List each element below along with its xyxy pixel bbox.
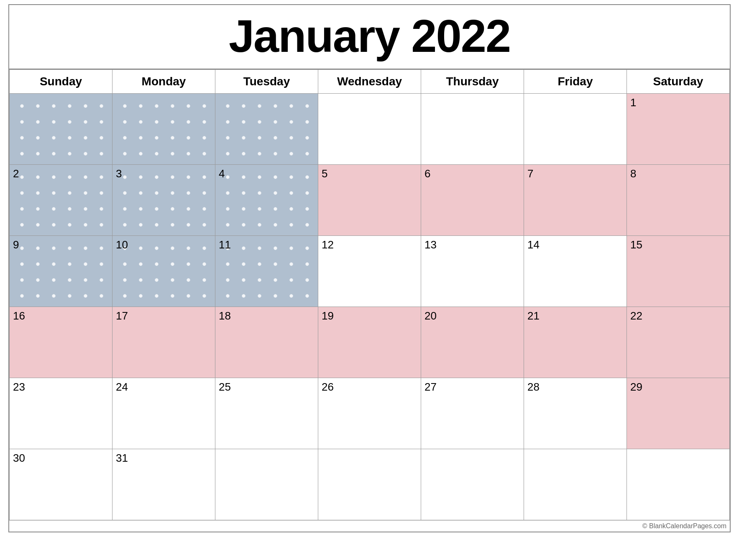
calendar-row: 3031: [10, 449, 730, 520]
calendar-cell: 2: [10, 165, 113, 236]
date-number: 26: [322, 381, 334, 393]
calendar-cell: [421, 94, 524, 165]
calendar-cell: 23: [10, 378, 113, 449]
calendar-grid: SundayMondayTuesdayWednesdayThursdayFrid…: [9, 69, 730, 520]
calendar-cell: [215, 449, 318, 520]
calendar-cell: 19: [318, 307, 421, 378]
date-number: 17: [116, 309, 128, 322]
date-number: 30: [13, 452, 25, 464]
calendar-cell: [215, 94, 318, 165]
date-number: 13: [424, 238, 437, 251]
day-header-thursday: Thursday: [421, 70, 524, 94]
calendar-row: 9101112131415: [10, 236, 730, 307]
day-header-tuesday: Tuesday: [215, 70, 318, 94]
calendar-cell: [627, 449, 730, 520]
date-number: 31: [116, 452, 128, 464]
date-number: 18: [219, 309, 231, 322]
date-number: 22: [630, 309, 642, 322]
calendar-container: January 2022 SundayMondayTuesdayWednesda…: [8, 4, 731, 532]
date-number: 7: [527, 167, 533, 180]
date-number: 27: [424, 381, 437, 393]
calendar-cell: 21: [524, 307, 627, 378]
date-number: 25: [219, 381, 231, 393]
calendar-cell: [318, 449, 421, 520]
calendar-cell: 8: [627, 165, 730, 236]
calendar-cell: 5: [318, 165, 421, 236]
calendar-cell: 4: [215, 165, 318, 236]
calendar-cell: [113, 94, 215, 165]
calendar-cell: 12: [318, 236, 421, 307]
calendar-cell: [10, 94, 113, 165]
date-number: 24: [116, 381, 128, 393]
date-number: 6: [424, 167, 430, 180]
calendar-cell: 3: [113, 165, 215, 236]
calendar-cell: 31: [113, 449, 215, 520]
date-number: 2: [13, 167, 19, 180]
calendar-cell: [524, 449, 627, 520]
calendar-cell: 9: [10, 236, 113, 307]
calendar-cell: 13: [421, 236, 524, 307]
calendar-cell: 26: [318, 378, 421, 449]
date-number: 9: [13, 238, 19, 251]
calendar-cell: 24: [113, 378, 215, 449]
calendar-cell: 1: [627, 94, 730, 165]
calendar-row: 1: [10, 94, 730, 165]
calendar-cell: 29: [627, 378, 730, 449]
date-number: 16: [13, 309, 25, 322]
calendar-cell: [318, 94, 421, 165]
calendar-row: 16171819202122: [10, 307, 730, 378]
date-number: 12: [322, 238, 334, 251]
day-header-wednesday: Wednesday: [318, 70, 421, 94]
calendar-cell: 11: [215, 236, 318, 307]
calendar-cell: [421, 449, 524, 520]
date-number: 11: [219, 238, 231, 251]
calendar-cell: [524, 94, 627, 165]
calendar-cell: 28: [524, 378, 627, 449]
calendar-cell: 16: [10, 307, 113, 378]
calendar-cell: 7: [524, 165, 627, 236]
copyright: © BlankCalendarPages.com: [9, 520, 730, 532]
calendar-cell: 18: [215, 307, 318, 378]
date-number: 8: [630, 167, 636, 180]
calendar-cell: 10: [113, 236, 215, 307]
date-number: 1: [630, 96, 636, 109]
calendar-title: January 2022: [9, 5, 730, 69]
date-number: 20: [424, 309, 437, 322]
day-header-monday: Monday: [113, 70, 215, 94]
day-header-friday: Friday: [524, 70, 627, 94]
header-row: SundayMondayTuesdayWednesdayThursdayFrid…: [10, 70, 730, 94]
date-number: 3: [116, 167, 122, 180]
calendar-row: 2345678: [10, 165, 730, 236]
date-number: 23: [13, 381, 25, 393]
date-number: 10: [116, 238, 128, 251]
date-number: 5: [322, 167, 327, 180]
date-number: 4: [219, 167, 225, 180]
calendar-cell: 30: [10, 449, 113, 520]
calendar-cell: 6: [421, 165, 524, 236]
calendar-cell: 22: [627, 307, 730, 378]
calendar-cell: 25: [215, 378, 318, 449]
date-number: 29: [630, 381, 642, 393]
day-header-saturday: Saturday: [627, 70, 730, 94]
date-number: 28: [527, 381, 540, 393]
date-number: 21: [527, 309, 540, 322]
date-number: 19: [322, 309, 334, 322]
date-number: 15: [630, 238, 642, 251]
calendar-cell: 27: [421, 378, 524, 449]
calendar-cell: 17: [113, 307, 215, 378]
calendar-cell: 15: [627, 236, 730, 307]
day-header-sunday: Sunday: [10, 70, 113, 94]
calendar-cell: 14: [524, 236, 627, 307]
calendar-row: 23242526272829: [10, 378, 730, 449]
date-number: 14: [527, 238, 540, 251]
calendar-cell: 20: [421, 307, 524, 378]
